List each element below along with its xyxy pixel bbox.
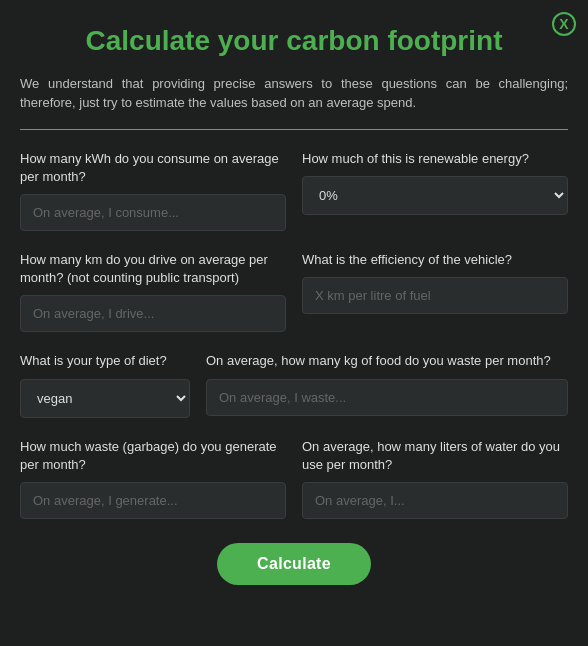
row-waste-water: How much waste (garbage) do you generate… <box>20 438 568 519</box>
vehicle-label: What is the efficiency of the vehicle? <box>302 251 568 269</box>
vehicle-group: What is the efficiency of the vehicle? <box>302 251 568 332</box>
title-text-your: your <box>218 25 279 56</box>
row-energy: How many kWh do you consume on average p… <box>20 150 568 231</box>
title-text-calculate: Calculate <box>86 25 218 56</box>
km-group: How many km do you drive on average per … <box>20 251 286 332</box>
diet-label: What is your type of diet? <box>20 352 190 370</box>
renewable-group: How much of this is renewable energy? 0%… <box>302 150 568 231</box>
modal-title: Calculate your carbon footprint <box>20 24 568 58</box>
kwh-label: How many kWh do you consume on average p… <box>20 150 286 186</box>
food-waste-group: On average, how many kg of food do you w… <box>206 352 568 417</box>
renewable-label: How much of this is renewable energy? <box>302 150 568 168</box>
kwh-input[interactable] <box>20 194 286 231</box>
km-input[interactable] <box>20 295 286 332</box>
calculate-button[interactable]: Calculate <box>217 543 371 585</box>
garbage-group: How much waste (garbage) do you generate… <box>20 438 286 519</box>
divider <box>20 129 568 130</box>
diet-group: What is your type of diet? vegan vegetar… <box>20 352 190 417</box>
km-label: How many km do you drive on average per … <box>20 251 286 287</box>
garbage-label: How much waste (garbage) do you generate… <box>20 438 286 474</box>
water-group: On average, how many liters of water do … <box>302 438 568 519</box>
water-label: On average, how many liters of water do … <box>302 438 568 474</box>
carbon-footprint-modal: X Calculate your carbon footprint We und… <box>0 0 588 646</box>
title-text-rest: carbon footprint <box>278 25 502 56</box>
renewable-select[interactable]: 0% 10% 20% 30% 40% 50% 60% 70% 80% 90% 1… <box>302 176 568 215</box>
food-waste-label: On average, how many kg of food do you w… <box>206 352 568 370</box>
kwh-group: How many kWh do you consume on average p… <box>20 150 286 231</box>
row-driving: How many km do you drive on average per … <box>20 251 568 332</box>
vehicle-input[interactable] <box>302 277 568 314</box>
food-waste-input[interactable] <box>206 379 568 416</box>
diet-select[interactable]: vegan vegetarian omnivore pescatarian <box>20 379 190 418</box>
garbage-input[interactable] <box>20 482 286 519</box>
form-container: How many kWh do you consume on average p… <box>20 150 568 519</box>
water-input[interactable] <box>302 482 568 519</box>
row-diet-food: What is your type of diet? vegan vegetar… <box>20 352 568 417</box>
close-button[interactable]: X <box>552 12 576 36</box>
modal-subtitle: We understand that providing precise ans… <box>20 74 568 113</box>
